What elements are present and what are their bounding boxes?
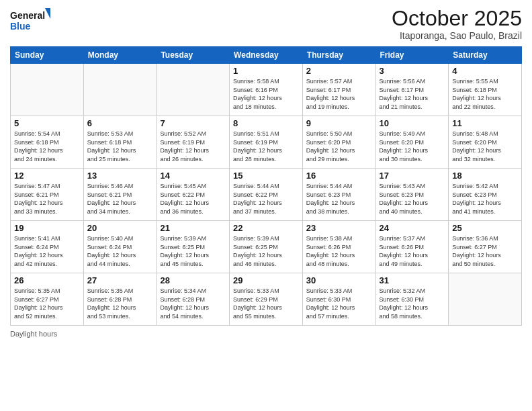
day-info: Sunrise: 5:33 AM Sunset: 6:30 PM Dayligh… bbox=[306, 287, 372, 320]
day-number: 27 bbox=[87, 275, 153, 285]
day-info: Sunrise: 5:35 AM Sunset: 6:27 PM Dayligh… bbox=[14, 287, 80, 320]
calendar-day-cell: 17Sunrise: 5:43 AM Sunset: 6:23 PM Dayli… bbox=[375, 169, 449, 221]
calendar-day-cell: 21Sunrise: 5:39 AM Sunset: 6:25 PM Dayli… bbox=[157, 221, 230, 273]
day-info: Sunrise: 5:41 AM Sunset: 6:24 PM Dayligh… bbox=[14, 234, 80, 268]
calendar-day-cell: 28Sunrise: 5:34 AM Sunset: 6:28 PM Dayli… bbox=[157, 273, 230, 326]
day-info: Sunrise: 5:45 AM Sunset: 6:22 PM Dayligh… bbox=[160, 182, 226, 216]
day-info: Sunrise: 5:48 AM Sunset: 6:20 PM Dayligh… bbox=[452, 130, 518, 163]
day-number: 11 bbox=[452, 118, 518, 128]
day-number: 28 bbox=[160, 275, 226, 285]
day-info: Sunrise: 5:44 AM Sunset: 6:22 PM Dayligh… bbox=[233, 182, 299, 216]
calendar-day-cell: 26Sunrise: 5:35 AM Sunset: 6:27 PM Dayli… bbox=[11, 273, 84, 326]
day-number: 15 bbox=[233, 171, 299, 181]
day-number: 24 bbox=[380, 223, 445, 233]
day-number: 17 bbox=[380, 171, 445, 181]
day-number: 3 bbox=[380, 66, 445, 76]
day-number: 1 bbox=[233, 66, 299, 76]
day-info: Sunrise: 5:33 AM Sunset: 6:29 PM Dayligh… bbox=[233, 287, 299, 320]
day-info: Sunrise: 5:40 AM Sunset: 6:24 PM Dayligh… bbox=[87, 234, 153, 268]
day-info: Sunrise: 5:39 AM Sunset: 6:25 PM Dayligh… bbox=[160, 234, 226, 268]
calendar-day-cell: 24Sunrise: 5:37 AM Sunset: 6:26 PM Dayli… bbox=[375, 221, 449, 273]
calendar-week-row: 1Sunrise: 5:58 AM Sunset: 6:16 PM Daylig… bbox=[11, 64, 522, 116]
month-title: October 2025 bbox=[392, 7, 522, 30]
weekday-header-cell: Thursday bbox=[302, 47, 375, 64]
calendar-day-cell: 13Sunrise: 5:46 AM Sunset: 6:21 PM Dayli… bbox=[83, 169, 157, 221]
day-number: 12 bbox=[14, 171, 80, 181]
day-info: Sunrise: 5:44 AM Sunset: 6:23 PM Dayligh… bbox=[306, 182, 372, 216]
calendar-day-cell: 7Sunrise: 5:52 AM Sunset: 6:19 PM Daylig… bbox=[157, 116, 230, 169]
weekday-header-cell: Sunday bbox=[11, 47, 84, 64]
weekday-header-cell: Friday bbox=[375, 47, 449, 64]
calendar-week-row: 26Sunrise: 5:35 AM Sunset: 6:27 PM Dayli… bbox=[11, 273, 522, 326]
calendar: SundayMondayTuesdayWednesdayThursdayFrid… bbox=[10, 46, 522, 326]
calendar-day-cell: 29Sunrise: 5:33 AM Sunset: 6:29 PM Dayli… bbox=[230, 273, 303, 326]
day-number: 13 bbox=[87, 171, 153, 181]
logo-icon: General Blue bbox=[10, 7, 50, 34]
day-number: 9 bbox=[306, 118, 372, 128]
logo: General Blue bbox=[10, 7, 50, 34]
calendar-day-cell bbox=[11, 64, 84, 116]
svg-marker-2 bbox=[45, 8, 50, 21]
calendar-day-cell: 25Sunrise: 5:36 AM Sunset: 6:27 PM Dayli… bbox=[449, 221, 522, 273]
day-info: Sunrise: 5:42 AM Sunset: 6:23 PM Dayligh… bbox=[452, 182, 518, 216]
calendar-week-row: 12Sunrise: 5:47 AM Sunset: 6:21 PM Dayli… bbox=[11, 169, 522, 221]
weekday-header-row: SundayMondayTuesdayWednesdayThursdayFrid… bbox=[11, 47, 522, 64]
weekday-header-cell: Monday bbox=[83, 47, 157, 64]
day-info: Sunrise: 5:56 AM Sunset: 6:17 PM Dayligh… bbox=[380, 77, 445, 111]
day-info: Sunrise: 5:49 AM Sunset: 6:20 PM Dayligh… bbox=[380, 130, 445, 163]
calendar-day-cell bbox=[449, 273, 522, 326]
day-info: Sunrise: 5:53 AM Sunset: 6:18 PM Dayligh… bbox=[87, 130, 153, 163]
day-number: 2 bbox=[306, 66, 372, 76]
day-info: Sunrise: 5:58 AM Sunset: 6:16 PM Dayligh… bbox=[233, 77, 299, 111]
day-number: 16 bbox=[306, 171, 372, 181]
day-number: 20 bbox=[87, 223, 153, 233]
day-number: 5 bbox=[14, 118, 80, 128]
calendar-day-cell: 18Sunrise: 5:42 AM Sunset: 6:23 PM Dayli… bbox=[449, 169, 522, 221]
day-info: Sunrise: 5:35 AM Sunset: 6:28 PM Dayligh… bbox=[87, 287, 153, 320]
calendar-week-row: 5Sunrise: 5:54 AM Sunset: 6:18 PM Daylig… bbox=[11, 116, 522, 169]
day-number: 10 bbox=[380, 118, 445, 128]
day-info: Sunrise: 5:46 AM Sunset: 6:21 PM Dayligh… bbox=[87, 182, 153, 216]
day-info: Sunrise: 5:36 AM Sunset: 6:27 PM Dayligh… bbox=[452, 234, 518, 268]
calendar-day-cell: 11Sunrise: 5:48 AM Sunset: 6:20 PM Dayli… bbox=[449, 116, 522, 169]
calendar-day-cell: 20Sunrise: 5:40 AM Sunset: 6:24 PM Dayli… bbox=[83, 221, 157, 273]
calendar-week-row: 19Sunrise: 5:41 AM Sunset: 6:24 PM Dayli… bbox=[11, 221, 522, 273]
day-number: 29 bbox=[233, 275, 299, 285]
calendar-day-cell: 5Sunrise: 5:54 AM Sunset: 6:18 PM Daylig… bbox=[11, 116, 84, 169]
calendar-day-cell: 1Sunrise: 5:58 AM Sunset: 6:16 PM Daylig… bbox=[230, 64, 303, 116]
header: General Blue October 2025 Itaporanga, Sa… bbox=[10, 7, 522, 41]
calendar-day-cell: 15Sunrise: 5:44 AM Sunset: 6:22 PM Dayli… bbox=[230, 169, 303, 221]
day-info: Sunrise: 5:43 AM Sunset: 6:23 PM Dayligh… bbox=[380, 182, 445, 216]
calendar-day-cell: 6Sunrise: 5:53 AM Sunset: 6:18 PM Daylig… bbox=[83, 116, 157, 169]
calendar-day-cell: 12Sunrise: 5:47 AM Sunset: 6:21 PM Dayli… bbox=[11, 169, 84, 221]
day-info: Sunrise: 5:55 AM Sunset: 6:18 PM Dayligh… bbox=[452, 77, 518, 111]
page: General Blue October 2025 Itaporanga, Sa… bbox=[0, 0, 532, 411]
day-info: Sunrise: 5:38 AM Sunset: 6:26 PM Dayligh… bbox=[306, 234, 372, 268]
svg-text:Blue: Blue bbox=[10, 21, 31, 32]
calendar-day-cell: 30Sunrise: 5:33 AM Sunset: 6:30 PM Dayli… bbox=[302, 273, 375, 326]
weekday-header-cell: Tuesday bbox=[157, 47, 230, 64]
weekday-header-cell: Saturday bbox=[449, 47, 522, 64]
calendar-day-cell: 3Sunrise: 5:56 AM Sunset: 6:17 PM Daylig… bbox=[375, 64, 449, 116]
day-number: 21 bbox=[160, 223, 226, 233]
day-info: Sunrise: 5:54 AM Sunset: 6:18 PM Dayligh… bbox=[14, 130, 80, 163]
calendar-day-cell bbox=[83, 64, 157, 116]
calendar-day-cell bbox=[157, 64, 230, 116]
day-number: 7 bbox=[160, 118, 226, 128]
calendar-day-cell: 27Sunrise: 5:35 AM Sunset: 6:28 PM Dayli… bbox=[83, 273, 157, 326]
calendar-day-cell: 23Sunrise: 5:38 AM Sunset: 6:26 PM Dayli… bbox=[302, 221, 375, 273]
daylight-label: Daylight hours bbox=[10, 330, 57, 338]
day-number: 31 bbox=[380, 275, 445, 285]
day-info: Sunrise: 5:34 AM Sunset: 6:28 PM Dayligh… bbox=[160, 287, 226, 320]
calendar-day-cell: 4Sunrise: 5:55 AM Sunset: 6:18 PM Daylig… bbox=[449, 64, 522, 116]
calendar-day-cell: 16Sunrise: 5:44 AM Sunset: 6:23 PM Dayli… bbox=[302, 169, 375, 221]
day-number: 14 bbox=[160, 171, 226, 181]
calendar-day-cell: 9Sunrise: 5:50 AM Sunset: 6:20 PM Daylig… bbox=[302, 116, 375, 169]
day-number: 26 bbox=[14, 275, 80, 285]
day-number: 6 bbox=[87, 118, 153, 128]
calendar-day-cell: 22Sunrise: 5:39 AM Sunset: 6:25 PM Dayli… bbox=[230, 221, 303, 273]
day-info: Sunrise: 5:39 AM Sunset: 6:25 PM Dayligh… bbox=[233, 234, 299, 268]
day-info: Sunrise: 5:57 AM Sunset: 6:17 PM Dayligh… bbox=[306, 77, 372, 111]
day-number: 25 bbox=[452, 223, 518, 233]
calendar-day-cell: 31Sunrise: 5:32 AM Sunset: 6:30 PM Dayli… bbox=[375, 273, 449, 326]
